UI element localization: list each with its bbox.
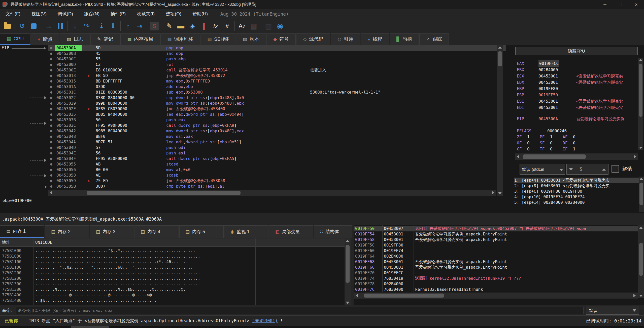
tab-内存 4[interactable]: ▤内存 4 [134,225,179,238]
menu-item-跟踪[interactable]: 跟踪(N) [79,9,105,19]
calculator-icon[interactable]: ▦ [248,20,259,32]
stack-row[interactable]: 0019FF5C0019FF80 [354,242,638,248]
memory-map-icon[interactable]: ▥ [263,20,274,32]
disasm-row[interactable]: 00453055ABstosd [48,161,506,167]
disasm-row[interactable]: 0045300DC3ret [48,62,506,67]
breakpoint-dot-cell[interactable] [48,90,55,95]
stack-arg-row[interactable]: 2: [esp+8] 00453001 <吾爱破解论坛学习脱壳实 [514,183,639,189]
disasm-row[interactable]: 0045304A8D7D 51lea edi,dword ptr ss:[ebp… [48,139,506,145]
register-row[interactable]: ESP0019FF50 [513,92,639,98]
breakpoint-dot-cell[interactable] [48,161,55,167]
tab-内存 3[interactable]: ▤内存 3 [90,225,134,238]
calling-convention-select[interactable]: 默认 (stdcal [520,164,565,175]
hash-icon[interactable]: # [221,20,233,32]
breakpoint-dot-cell[interactable] [48,78,55,84]
disasm-row[interactable]: 004530428985 8C040000mov dword ptr ss:[e… [48,128,506,134]
breakpoint-dot-cell[interactable] [48,156,55,161]
disasm-row[interactable]: 0045301C81EB 00300500sub ebx,0x530005300… [48,90,506,95]
open-file-icon[interactable] [2,20,13,32]
hide-fpu-button[interactable]: 隐藏FPU [515,47,638,55]
restart-icon[interactable]: ↺ [16,20,28,32]
disasm-row[interactable]: 0045300C55push ebp [48,56,506,62]
tab-CPU[interactable]: ▦CPU [0,33,30,45]
run-icon[interactable]: → [43,20,54,32]
spin-down-icon[interactable] [569,168,573,171]
tab-监视 1[interactable]: ◉监视 1 [224,225,268,238]
disasm-row[interactable]: 00453029899D 88040000mov dword ptr ss:[e… [48,101,506,106]
tab-内存 5[interactable]: ▤内存 5 [179,225,224,238]
strings-icon[interactable]: Az [236,20,248,32]
stack-arg-row[interactable]: 4: [esp+10] 0019FF74 0019FF74 [514,194,639,200]
label-icon[interactable]: ◈ [187,20,198,32]
spin-up-icon[interactable] [602,168,606,171]
patch-icon[interactable]: ✎ [163,20,175,32]
breakpoint-dot-cell[interactable] [48,62,55,67]
source-mode-icon[interactable]: S [149,20,160,32]
breakpoint-dot-cell[interactable] [48,173,55,178]
breakpoint-dot-cell[interactable] [48,73,55,78]
breakpoint-dot-cell[interactable] [48,117,55,123]
command-input[interactable] [16,307,584,314]
flags-row[interactable]: CF0TF0IF1 [513,146,639,152]
stack-row[interactable]: 0019FF5000453007返回到 吾爱破解论坛学习脱壳实例_aspack.… [354,226,638,231]
breakpoint-dot-cell[interactable] [48,184,55,189]
menu-item-选项[interactable]: 选项(O) [160,9,187,19]
disasm-row[interactable]: 004530358D85 94040000lea eax,dword ptr s… [48,112,506,117]
breakpoint-dot-cell[interactable] [48,139,55,145]
tab-内存 2[interactable]: ▤内存 2 [45,225,89,238]
disasm-row[interactable]: 00453013∨EB 5Djmp 吾爱破解论坛学习.453072 [48,73,506,78]
step-out-icon[interactable]: ↑ [122,20,134,32]
stop-icon[interactable] [28,20,40,32]
disasm-row[interactable]: 00453059∧75 FDjne 吾爱破解论坛学习.453058 [48,178,506,184]
registers-vscrollbar[interactable] [638,58,643,150]
tab-引用[interactable]: ◎引用 [331,33,360,45]
stack-row[interactable]: 0019FF78002B4000 [354,281,638,287]
stack-row[interactable]: 0019FF6800453001吾爱破解论坛学习脱壳实例_aspack.Entr… [354,259,638,265]
breakpoint-dot-cell[interactable] [48,134,55,139]
disasm-row[interactable]: 0045304FFF95 A50F0000call dword ptr ss:[… [48,156,506,161]
args-vscrollbar[interactable] [639,177,644,212]
disasm-row[interactable]: 0045302283BD 88040000 00cmp dword ptr ss… [48,95,506,101]
disassembly-vscrollbar[interactable] [497,45,503,196]
command-profile-select[interactable]: 默认 [586,306,639,315]
tab-内存布局[interactable]: ▦内存布局 [120,33,160,45]
maximize-button[interactable]: ❐ [613,0,628,9]
tab-日志[interactable]: ▤日志 [60,33,90,45]
disasm-row[interactable]: 0045302F∨0F85 CB030000jne 吾爱破解论坛学习.45340… [48,106,506,112]
stack-row[interactable]: 0019FF5800453001吾爱破解论坛学习脱壳实例_aspack.Entr… [354,237,638,242]
breakpoint-dot-cell[interactable] [48,112,55,117]
register-row[interactable]: ESI00453001<吾爱破解论坛学习脱壳实 [513,98,639,104]
stack-row[interactable]: 0019FF7C76830400kernel32.BaseThreadInitT… [354,287,638,292]
arg-count-spinner[interactable]: 5 [566,164,608,175]
tab-源代码[interactable]: ◇源代码 [296,33,330,45]
stack-vscrollbar[interactable] [638,225,644,298]
stack-arg-row[interactable]: 1: [esp+4] 00453001 <吾爱破解论坛学习脱壳实 [514,178,639,183]
stack-hscrollbar[interactable] [354,293,638,299]
disasm-row[interactable]: 0045304E56push esi [48,150,506,156]
register-row[interactable]: EBP0019FF80 [513,86,639,92]
memory-vscrollbar[interactable] [345,238,351,305]
register-row[interactable]: EDX00453001<吾爱破解论坛学习脱壳实 [513,79,639,86]
stack-row[interactable]: 0019FF700019FFCC [354,270,638,276]
tab-跟踪[interactable]: ↗跟踪 [419,33,449,45]
internet-icon[interactable]: ◉ [274,20,286,32]
disasm-row[interactable]: 0045300EE8 01000000call 吾爱破解论坛学习.453014需… [48,67,506,73]
tab-结构体[interactable]: ∷结构体 [314,225,358,238]
breakpoint-dot-cell[interactable] [48,178,55,184]
breakpoint-dot-cell[interactable] [48,56,55,62]
trace-over-icon[interactable]: ⇓ [107,20,119,32]
disasm-row[interactable]: 00453058AEscasb [48,173,506,178]
pause-icon[interactable] [54,20,66,32]
eflags-row[interactable]: EFLAGS00000246 [513,128,639,134]
menu-item-帮助[interactable]: 帮助(H) [187,9,213,19]
breakpoint-dot-cell[interactable] [48,45,55,51]
breakpoint-dot-cell[interactable] [48,128,55,134]
tab-符号[interactable]: ◆符号 [266,33,296,45]
menu-item-文件[interactable]: 文件(F) [0,9,26,19]
comment-icon[interactable]: ▬ [175,20,187,32]
breakpoint-dot-cell[interactable] [48,106,55,112]
breakpoint-dot-cell[interactable] [48,67,55,73]
menu-item-调试[interactable]: 调试(D) [52,9,79,19]
run-to-cursor-icon[interactable]: ⇥ [134,20,145,32]
flags-row[interactable]: OF0SF0DF0 [513,140,639,146]
